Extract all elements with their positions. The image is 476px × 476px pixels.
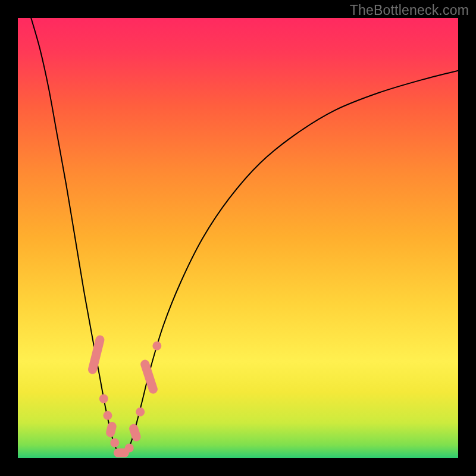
curve-marker xyxy=(103,411,112,420)
curve-marker xyxy=(152,342,161,350)
watermark-text: TheBottleneck.com xyxy=(350,2,469,18)
curve-marker xyxy=(99,394,108,403)
curve-marker xyxy=(105,421,117,439)
curve-marker xyxy=(125,443,134,452)
marker-group xyxy=(87,334,161,458)
curve-marker xyxy=(87,334,105,375)
curve-marker xyxy=(128,423,142,443)
plot-area xyxy=(18,18,458,458)
chart-frame: TheBottleneck.com xyxy=(0,0,476,476)
curve-marker xyxy=(136,408,145,416)
curve-marker xyxy=(139,359,159,395)
curve-marker xyxy=(110,439,119,447)
curve-svg xyxy=(18,18,458,458)
bottleneck-curve xyxy=(31,18,458,456)
